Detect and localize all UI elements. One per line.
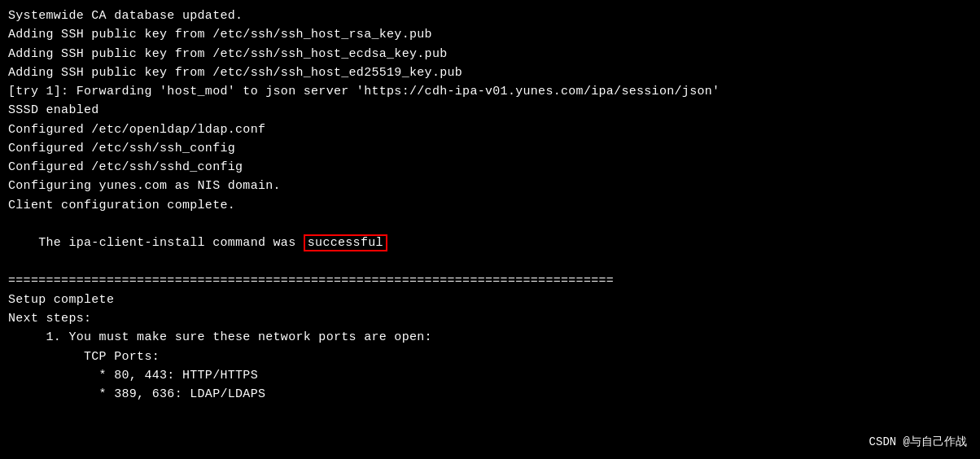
- output-line-6: SSSD enabled: [8, 101, 972, 120]
- setup-complete: Setup complete: [8, 291, 972, 309]
- port-http: * 80, 443: HTTP/HTTPS: [8, 366, 972, 385]
- next-steps-1: 1. You must make sure these network port…: [8, 328, 972, 347]
- output-line-9: Configured /etc/ssh/sshd_config: [8, 158, 972, 177]
- output-line-10: Configuring yunes.com as NIS domain.: [8, 177, 972, 195]
- terminal: Systemwide CA database updated. Adding S…: [0, 0, 980, 459]
- next-steps-header: Next steps:: [8, 309, 972, 328]
- separator-line: ========================================…: [8, 272, 972, 291]
- output-line-8: Configured /etc/ssh/ssh_config: [8, 139, 972, 158]
- output-line-7: Configured /etc/openldap/ldap.conf: [8, 120, 972, 139]
- output-line-4: Adding SSH public key from /etc/ssh/ssh_…: [8, 63, 972, 82]
- port-ldap: * 389, 636: LDAP/LDAPS: [8, 385, 972, 404]
- watermark: CSDN @与自己作战: [869, 435, 967, 449]
- output-line-3: Adding SSH public key from /etc/ssh/ssh_…: [8, 45, 972, 63]
- output-line-12: The ipa-client-install command was succe…: [8, 215, 972, 272]
- output-line-1: Systemwide CA database updated.: [8, 7, 972, 25]
- output-line-11: Client configuration complete.: [8, 196, 972, 215]
- success-highlight: successful: [304, 234, 387, 251]
- line12-prefix: The ipa-client-install command was: [38, 236, 304, 250]
- tcp-ports-header: TCP Ports:: [8, 348, 972, 366]
- output-line-5: [try 1]: Forwarding 'host_mod' to json s…: [8, 82, 972, 101]
- output-line-2: Adding SSH public key from /etc/ssh/ssh_…: [8, 25, 972, 44]
